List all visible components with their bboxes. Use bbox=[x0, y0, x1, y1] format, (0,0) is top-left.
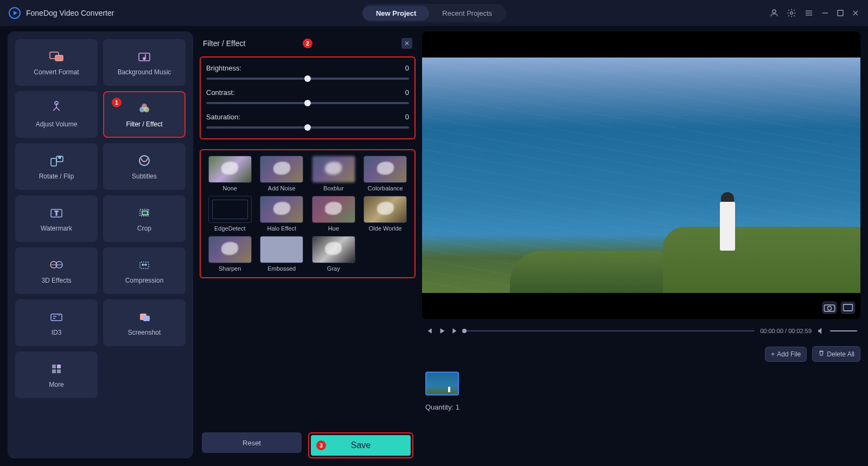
tab-new-project[interactable]: New Project bbox=[363, 6, 429, 21]
svg-point-10 bbox=[144, 107, 149, 112]
effect-olde-worlde[interactable]: Olde Worlde bbox=[362, 196, 410, 232]
effect-thumb bbox=[312, 156, 355, 183]
effect-sharpen[interactable]: Sharpen bbox=[206, 236, 254, 272]
effect-thumb bbox=[208, 196, 252, 223]
tool-convert-format[interactable]: Convert Format bbox=[15, 39, 98, 86]
effect-halo-effect[interactable]: Halo Effect bbox=[258, 196, 306, 232]
svg-point-13 bbox=[59, 156, 61, 158]
add-file-label: Add File bbox=[777, 350, 801, 358]
svg-point-1 bbox=[790, 12, 793, 15]
annotation-badge-3: 3 bbox=[316, 441, 326, 450]
reset-button[interactable]: Reset bbox=[202, 432, 302, 453]
save-label: Save bbox=[351, 441, 371, 450]
svg-rect-22 bbox=[51, 314, 62, 321]
music-icon bbox=[136, 49, 153, 64]
svg-text:T: T bbox=[55, 210, 58, 216]
brightness-value: 0 bbox=[405, 64, 409, 72]
clip-thumbnail[interactable] bbox=[425, 372, 459, 395]
tool-filter-effect[interactable]: 1 Filter / Effect bbox=[103, 91, 186, 138]
tool-label: Watermark bbox=[41, 225, 72, 232]
svg-point-6 bbox=[143, 58, 145, 60]
effect-hue[interactable]: Hue bbox=[310, 196, 358, 232]
effect-thumb bbox=[363, 156, 407, 183]
video-preview[interactable] bbox=[422, 31, 860, 319]
tool-label: Screenshot bbox=[128, 329, 161, 336]
minimize-button[interactable] bbox=[821, 9, 829, 17]
volume-icon[interactable] bbox=[817, 327, 825, 335]
effect-label: Hue bbox=[328, 225, 339, 232]
scrubber[interactable] bbox=[464, 330, 755, 331]
project-tabs: New Project Recent Projects bbox=[362, 4, 506, 22]
tool-label: Compression bbox=[125, 277, 164, 284]
gear-icon[interactable] bbox=[787, 8, 796, 18]
tool-more[interactable]: More bbox=[15, 352, 98, 398]
close-button[interactable] bbox=[852, 9, 859, 17]
tool-label: Crop bbox=[137, 225, 151, 232]
effect-embossed[interactable]: Embossed bbox=[258, 236, 306, 272]
tool-compression[interactable]: Compression bbox=[103, 247, 186, 294]
panel-close-button[interactable]: ✕ bbox=[401, 38, 412, 49]
effect-edgedetect[interactable]: EdgeDetect bbox=[206, 196, 254, 232]
action-row: Reset 3 Save bbox=[200, 432, 416, 458]
play-button[interactable] bbox=[438, 327, 446, 335]
scrub-handle[interactable] bbox=[462, 329, 467, 333]
trash-icon bbox=[818, 350, 825, 358]
slider-thumb[interactable] bbox=[304, 124, 311, 131]
tool-label: Convert Format bbox=[34, 68, 79, 76]
saturation-row: Saturation: 0 bbox=[206, 113, 409, 129]
effect-add-noise[interactable]: Add Noise bbox=[258, 156, 306, 191]
panel-header: Filter / Effect 2 ✕ bbox=[200, 31, 416, 52]
more-icon bbox=[48, 361, 65, 376]
tool-label: 3D Effects bbox=[41, 277, 71, 284]
next-button[interactable] bbox=[451, 327, 459, 335]
effect-label: Olde Worlde bbox=[369, 225, 402, 232]
effect-boxblur[interactable]: Boxblur bbox=[310, 156, 358, 191]
tool-3d-effects[interactable]: 3D Effects bbox=[15, 247, 98, 294]
saturation-value: 0 bbox=[405, 113, 409, 121]
effect-none[interactable]: None bbox=[206, 156, 254, 191]
contrast-value: 0 bbox=[405, 88, 409, 97]
account-icon[interactable] bbox=[769, 8, 779, 18]
fullscreen-button[interactable] bbox=[841, 302, 855, 314]
plus-icon: + bbox=[771, 350, 775, 358]
center-panel: Filter / Effect 2 ✕ Brightness: 0 Contra… bbox=[200, 31, 416, 458]
volume-slider[interactable] bbox=[830, 330, 857, 331]
delete-all-button[interactable]: Delete All bbox=[812, 346, 860, 362]
add-file-button[interactable]: +Add File bbox=[765, 347, 807, 362]
maximize-button[interactable] bbox=[837, 9, 844, 17]
slider-thumb[interactable] bbox=[304, 100, 311, 106]
tool-rotate-flip[interactable]: Rotate / Flip bbox=[15, 143, 98, 190]
playback-controls: 00:00:00 / 00:02:59 bbox=[422, 323, 860, 339]
preview-image bbox=[422, 58, 860, 293]
effect-colorbalance[interactable]: Colorbalance bbox=[362, 156, 410, 191]
tool-adjust-volume[interactable]: Adjust Volume bbox=[15, 91, 98, 138]
tool-id3[interactable]: ID3 bbox=[15, 299, 98, 346]
effect-gray[interactable]: Gray bbox=[310, 236, 358, 272]
tab-recent-projects[interactable]: Recent Projects bbox=[429, 6, 505, 21]
prev-button[interactable] bbox=[425, 327, 433, 335]
effect-thumb bbox=[208, 156, 252, 183]
effect-thumb bbox=[260, 156, 303, 183]
svg-rect-4 bbox=[55, 55, 63, 61]
slider-thumb[interactable] bbox=[304, 75, 311, 82]
tool-background-music[interactable]: Background Music bbox=[103, 39, 186, 86]
brightness-slider[interactable] bbox=[206, 78, 409, 80]
tool-subtitles[interactable]: Subtitles bbox=[103, 143, 186, 190]
filter-icon bbox=[136, 101, 153, 116]
tool-watermark[interactable]: T Watermark bbox=[15, 195, 98, 242]
subtitles-icon bbox=[136, 153, 153, 168]
menu-icon[interactable] bbox=[804, 8, 814, 18]
snapshot-button[interactable] bbox=[822, 302, 837, 314]
file-actions: +Add File Delete All bbox=[422, 346, 860, 362]
save-button[interactable]: 3 Save bbox=[311, 435, 411, 456]
tool-crop[interactable]: Crop bbox=[103, 195, 186, 242]
effect-thumb bbox=[363, 196, 407, 223]
tool-screenshot[interactable]: Screenshot bbox=[103, 299, 186, 346]
app-title: FoneDog Video Converter bbox=[26, 9, 114, 17]
save-button-frame: 3 Save bbox=[308, 432, 413, 458]
saturation-slider[interactable] bbox=[206, 126, 409, 129]
contrast-slider[interactable] bbox=[206, 102, 409, 104]
effect-thumb bbox=[208, 236, 252, 263]
svg-rect-25 bbox=[52, 365, 56, 368]
svg-rect-31 bbox=[844, 304, 853, 311]
